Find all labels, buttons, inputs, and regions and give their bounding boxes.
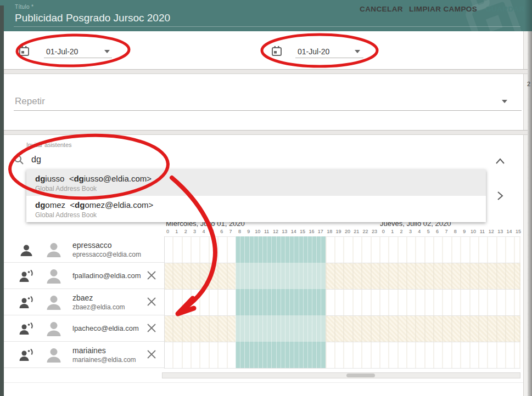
collapse-chevron-up-icon[interactable] [495, 157, 505, 165]
hour-tick-label: 11 [478, 229, 486, 234]
section-divider [4, 130, 528, 135]
clear-fields-button[interactable]: LIMPIAR CAMPOS [409, 5, 477, 13]
hour-tick-label: 14 [505, 229, 514, 234]
availability-row[interactable] [165, 263, 520, 290]
repeat-caret-icon[interactable] [502, 100, 507, 103]
grid-horizontal-scrollbar[interactable] [162, 372, 520, 378]
hour-tick-label: 8 [235, 229, 244, 234]
hour-tick-label: 3 [191, 229, 199, 234]
avatar [46, 268, 62, 286]
hour-tick-label: 1 [388, 229, 397, 234]
suggestion-source: Global Address Book [35, 185, 97, 193]
hour-tick-label: 1 [172, 229, 181, 234]
title-field-label: Título * [15, 4, 33, 10]
hour-tick-label: 10 [253, 229, 262, 234]
hour-tick-label: 2 [181, 229, 190, 234]
hour-tick-label: 21 [352, 229, 361, 234]
hour-tick-label: 22 [361, 229, 370, 234]
organizer-person-icon [19, 243, 33, 259]
hour-tick-label: 23 [370, 229, 379, 234]
availability-row[interactable] [165, 316, 520, 342]
hour-tick-label: 9 [244, 229, 253, 234]
hour-tick-label: 19 [334, 229, 343, 234]
hour-tick-label: 12 [271, 229, 280, 234]
hour-tick-label: 16 [307, 229, 316, 234]
availability-grid[interactable] [165, 236, 520, 369]
suggestion-name: dgomez <dgomez@eldia.com> [35, 200, 153, 210]
invite-attendees-label: Invitar asistentes [26, 142, 72, 148]
attendee-voice-icon [19, 322, 36, 337]
search-icon [13, 154, 24, 165]
attendee-row: zbaezzbaez@eldia.com [4, 289, 164, 315]
title-underline [14, 26, 520, 27]
avatar [46, 294, 62, 313]
repeat-select[interactable]: Repetir [15, 96, 45, 107]
attendee-row: epressaccoepressacco@eldia.com [4, 236, 164, 263]
attendee-voice-icon [19, 348, 36, 364]
hour-tick-label: 10 [469, 229, 478, 234]
remove-attendee-button[interactable] [147, 297, 156, 307]
hour-tick-label: 15 [514, 229, 523, 234]
end-date-input[interactable]: 01-Jul-20 [298, 47, 329, 56]
attendee-name: mariaines [72, 346, 106, 355]
attendee-row: fpalladino@eldia.com [4, 263, 164, 289]
attendee-email: fpalladino@eldia.com [72, 271, 141, 280]
start-date-caret-icon[interactable] [104, 50, 110, 53]
autocomplete-dropdown: dgiusso <dgiusso@eldia.com>Global Addres… [26, 169, 486, 222]
attendee-name: zbaez [72, 293, 93, 302]
hour-tick-label: 0 [379, 229, 388, 234]
scrollbar-thumb[interactable] [346, 374, 375, 377]
footer-bar [4, 382, 523, 396]
clipped-background-text: 2 [527, 81, 530, 87]
avatar [46, 241, 62, 260]
save-button[interactable]: GUARDAR [485, 5, 525, 13]
suggestion-source: Global Address Book [35, 211, 97, 219]
start-date-input[interactable]: 01-Jul-20 [46, 47, 78, 56]
hour-tick-label: 0 [164, 229, 172, 234]
remove-attendee-button[interactable] [147, 349, 156, 359]
hour-tick-label: 14 [289, 229, 298, 234]
repeat-underline [14, 110, 522, 111]
attendee-row: mariainesmariaines@eldia.com [4, 342, 164, 368]
suggestion-name: dgiusso <dgiusso@eldia.com> [35, 174, 152, 183]
selected-time-block[interactable] [236, 236, 326, 368]
autocomplete-suggestion[interactable]: dgiusso <dgiusso@eldia.com>Global Addres… [26, 169, 486, 196]
hour-tick-label: 7 [442, 229, 451, 234]
hour-tick-label: 4 [415, 229, 424, 234]
end-date-underline [295, 58, 363, 58]
attendee-list: epressaccoepressacco@eldia.comfpalladino… [4, 236, 165, 369]
hour-tick-label: 12 [487, 229, 496, 234]
hour-tick-label: 2 [397, 229, 406, 234]
hour-tick-label: 3 [406, 229, 415, 234]
scheduler-next-chevron-right-icon[interactable] [496, 191, 504, 201]
availability-row[interactable] [165, 237, 520, 263]
hour-tick-label: 8 [451, 229, 460, 234]
title-input[interactable]: Publicidad Posgrado Jursoc 2020 [15, 12, 170, 24]
attendee-row: lpacheco@eldia.com [4, 315, 164, 342]
hour-tick-label: 13 [280, 229, 289, 234]
attendee-email: zbaez@eldia.com [72, 303, 125, 311]
appointment-dialog: Título * Publicidad Posgrado Jursoc 2020… [0, 0, 532, 396]
window-left-edge [0, 5, 4, 396]
remove-attendee-button[interactable] [147, 270, 156, 280]
cancel-button[interactable]: CANCELAR [360, 5, 403, 13]
invite-attendees-input[interactable]: dg [31, 155, 41, 165]
hour-tick-label: 5 [208, 229, 217, 234]
remove-attendee-button[interactable] [147, 323, 156, 333]
start-date-underline [44, 58, 112, 58]
hour-tick-label: 6 [217, 229, 226, 234]
autocomplete-suggestion[interactable]: dgomez <dgomez@eldia.com>Global Address … [26, 196, 486, 222]
attendee-email: mariaines@eldia.com [72, 356, 136, 364]
avatar [46, 320, 62, 339]
hour-tick-label: 5 [424, 229, 433, 234]
start-date-calendar-icon [19, 46, 30, 56]
attendee-voice-icon [19, 296, 36, 311]
availability-row[interactable] [165, 342, 520, 369]
hour-tick-label: 20 [343, 229, 352, 234]
hour-tick-label: 11 [262, 229, 271, 234]
attendee-email: epressacco@eldia.com [72, 251, 141, 258]
hour-tick-label: 7 [226, 229, 235, 234]
end-date-caret-icon[interactable] [355, 50, 360, 53]
availability-row[interactable] [165, 290, 520, 316]
section-divider [4, 69, 528, 74]
